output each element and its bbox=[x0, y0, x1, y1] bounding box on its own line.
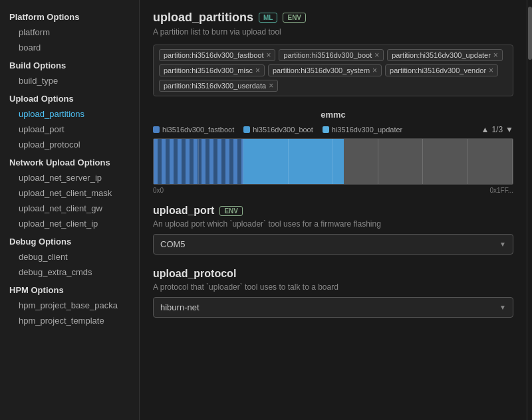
tag-partition-hi3516dv300_updater: partition:hi3516dv300_updater× bbox=[387, 49, 503, 61]
axis-end: 0x1FF... bbox=[489, 187, 513, 194]
upload-protocol-title: upload_protocol bbox=[153, 268, 236, 280]
upload-protocol-select[interactable]: hiburn-net ▼ bbox=[153, 297, 513, 318]
chart-bar-container bbox=[153, 138, 513, 185]
sidebar-item-build_type[interactable]: build_type bbox=[0, 73, 139, 88]
badge-env: ENV bbox=[283, 13, 306, 23]
upload-port-desc: An upload port which `uploader` tool use… bbox=[153, 219, 513, 229]
sidebar: Platform OptionsplatformboardBuild Optio… bbox=[0, 0, 140, 420]
sidebar-section-hpm-options: HPM Options bbox=[0, 280, 139, 298]
tag-partition-hi3516dv300_boot: partition:hi3516dv300_boot× bbox=[279, 49, 384, 61]
tag-label: partition:hi3516dv300_userdata bbox=[164, 82, 266, 90]
upload-partitions-title: upload_partitions ML ENV bbox=[153, 11, 513, 25]
chart-title: emmc bbox=[153, 110, 513, 120]
sidebar-section-upload-options: Upload Options bbox=[0, 88, 139, 106]
sidebar-item-hpm_project_template[interactable]: hpm_project_template bbox=[0, 313, 139, 328]
upload-port-select[interactable]: COM5 ▼ bbox=[153, 234, 513, 255]
legend-item-hi3516dv300_fastboot: hi3516dv300_fastboot bbox=[153, 126, 234, 134]
tags-container[interactable]: partition:hi3516dv300_fastboot×partition… bbox=[153, 45, 513, 96]
legend-label: hi3516dv300_fastboot bbox=[162, 126, 234, 134]
legend-dot bbox=[243, 126, 250, 133]
sidebar-item-upload_net_client_mask[interactable]: upload_net_client_mask bbox=[0, 185, 139, 201]
sidebar-item-board[interactable]: board bbox=[0, 40, 139, 55]
chart-grid-lines bbox=[154, 139, 513, 184]
sidebar-item-debug_client[interactable]: debug_client bbox=[0, 249, 139, 264]
tag-close-icon[interactable]: × bbox=[374, 51, 379, 59]
grid-line-4 bbox=[289, 139, 334, 184]
chart-axis: 0x0 0x1FF... bbox=[153, 187, 513, 194]
scrollbar[interactable] bbox=[527, 0, 532, 420]
tag-label: partition:hi3516dv300_misc bbox=[164, 66, 253, 74]
sidebar-section-network-upload-options: Network Upload Options bbox=[0, 152, 139, 170]
sidebar-item-debug_extra_cmds[interactable]: debug_extra_cmds bbox=[0, 264, 139, 280]
tag-close-icon[interactable]: × bbox=[269, 82, 273, 90]
tag-close-icon[interactable]: × bbox=[372, 66, 377, 74]
next-page-icon[interactable]: ▼ bbox=[505, 125, 513, 134]
tag-partition-hi3516dv300_userdata: partition:hi3516dv300_userdata× bbox=[159, 80, 278, 92]
pagination-text: 1/3 bbox=[491, 125, 503, 134]
prev-page-icon[interactable]: ▲ bbox=[481, 125, 489, 134]
upload-port-badge: ENV bbox=[219, 206, 243, 216]
upload-partitions-label: upload_partitions bbox=[153, 11, 253, 25]
tag-partition-hi3516dv300_misc: partition:hi3516dv300_misc× bbox=[159, 64, 265, 76]
main-content: upload_partitions ML ENV A partition lis… bbox=[140, 0, 527, 420]
chart-section: emmc hi3516dv300_fastboothi3516dv300_boo… bbox=[153, 110, 513, 194]
upload-protocol-section: upload_protocol A protocol that `uploade… bbox=[153, 268, 513, 318]
tag-label: partition:hi3516dv300_updater bbox=[392, 51, 491, 59]
sidebar-item-upload_port[interactable]: upload_port bbox=[0, 122, 139, 137]
sidebar-item-platform[interactable]: platform bbox=[0, 25, 139, 40]
dropdown-arrow-2-icon: ▼ bbox=[499, 304, 506, 311]
sidebar-section-build-options: Build Options bbox=[0, 55, 139, 73]
tag-label: partition:hi3516dv300_boot bbox=[283, 51, 372, 59]
legend-dot bbox=[323, 126, 329, 133]
grid-line-6 bbox=[378, 139, 424, 184]
sidebar-item-upload_net_server_ip[interactable]: upload_net_server_ip bbox=[0, 170, 139, 185]
upload-protocol-desc: A protocol that `uploader` tool uses to … bbox=[153, 282, 513, 292]
upload-protocol-label: upload_protocol bbox=[153, 268, 513, 280]
upload-partitions-section: upload_partitions ML ENV A partition lis… bbox=[153, 11, 513, 96]
grid-line-2 bbox=[199, 139, 244, 184]
sidebar-item-upload_net_client_ip[interactable]: upload_net_client_ip bbox=[0, 216, 139, 231]
tag-label: partition:hi3516dv300_vendor bbox=[390, 66, 486, 74]
tag-label: partition:hi3516dv300_system bbox=[273, 66, 370, 74]
upload-protocol-value: hiburn-net bbox=[160, 302, 200, 312]
upload-port-title: upload_port bbox=[153, 205, 214, 217]
sidebar-section-platform-options: Platform Options bbox=[0, 7, 139, 25]
grid-line-5 bbox=[333, 139, 378, 184]
tag-partition-hi3516dv300_system: partition:hi3516dv300_system× bbox=[268, 64, 382, 76]
upload-port-value: COM5 bbox=[160, 239, 186, 249]
grid-line-7 bbox=[423, 139, 468, 184]
tag-close-icon[interactable]: × bbox=[493, 51, 498, 59]
sidebar-item-hpm_project_base_packa[interactable]: hpm_project_base_packa bbox=[0, 298, 139, 313]
badge-ml: ML bbox=[259, 13, 277, 23]
legend-item-hi3516dv300_updater: hi3516dv300_updater bbox=[323, 126, 402, 134]
axis-start: 0x0 bbox=[153, 187, 164, 194]
chart-legend: hi3516dv300_fastboothi3516dv300_boothi35… bbox=[153, 125, 513, 134]
tag-close-icon[interactable]: × bbox=[266, 51, 271, 59]
grid-line-3 bbox=[243, 139, 289, 184]
grid-line-8 bbox=[468, 139, 513, 184]
upload-port-label: upload_port ENV bbox=[153, 205, 513, 217]
scroll-thumb[interactable] bbox=[528, 7, 532, 60]
sidebar-section-debug-options: Debug Options bbox=[0, 231, 139, 249]
sidebar-item-upload_net_client_gw[interactable]: upload_net_client_gw bbox=[0, 201, 139, 216]
legend-dot bbox=[153, 126, 160, 133]
upload-port-section: upload_port ENV An upload port which `up… bbox=[153, 205, 513, 255]
grid-line-1 bbox=[154, 139, 199, 184]
tag-label: partition:hi3516dv300_fastboot bbox=[164, 51, 263, 59]
tag-close-icon[interactable]: × bbox=[255, 66, 260, 74]
upload-partitions-desc: A partition list to burn via upload tool bbox=[153, 27, 513, 37]
sidebar-item-upload_protocol[interactable]: upload_protocol bbox=[0, 137, 139, 152]
tag-partition-hi3516dv300_vendor: partition:hi3516dv300_vendor× bbox=[385, 64, 498, 76]
tag-close-icon[interactable]: × bbox=[489, 66, 493, 74]
legend-label: hi3516dv300_boot bbox=[253, 126, 313, 134]
dropdown-arrow-icon: ▼ bbox=[499, 241, 506, 248]
tag-partition-hi3516dv300_fastboot: partition:hi3516dv300_fastboot× bbox=[159, 49, 275, 61]
chart-pagination[interactable]: ▲1/3▼ bbox=[481, 125, 513, 134]
legend-item-hi3516dv300_boot: hi3516dv300_boot bbox=[243, 126, 313, 134]
sidebar-item-upload_partitions[interactable]: upload_partitions bbox=[0, 106, 139, 122]
legend-label: hi3516dv300_updater bbox=[332, 126, 402, 134]
